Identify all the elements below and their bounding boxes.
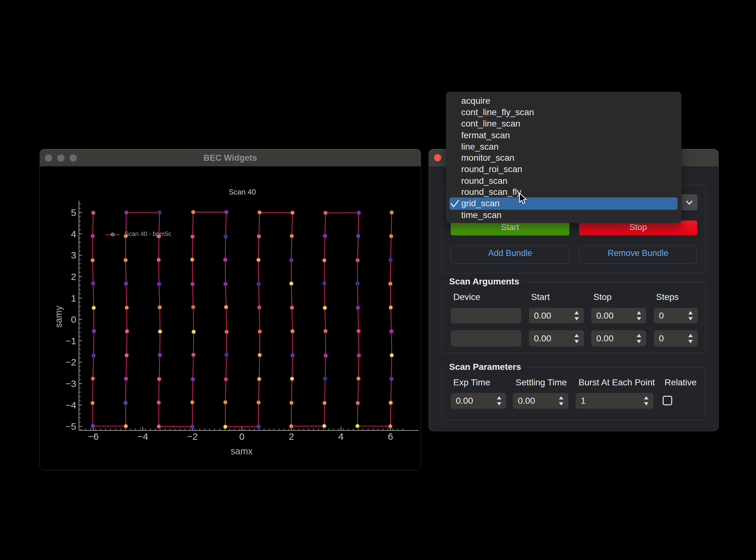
svg-text:6: 6 (388, 431, 393, 442)
svg-text:−2: −2 (65, 357, 76, 367)
svg-text:4: 4 (338, 431, 344, 442)
svg-text:−6: −6 (88, 431, 99, 442)
svg-text:−4: −4 (137, 431, 148, 442)
svg-text:Scan 40: Scan 40 (229, 188, 256, 196)
svg-text:Scan 40 - bpm5c: Scan 40 - bpm5c (125, 230, 171, 237)
svg-text:2: 2 (71, 272, 76, 282)
svg-text:samy: samy (54, 306, 64, 328)
svg-text:−1: −1 (65, 336, 76, 346)
svg-text:−4: −4 (65, 400, 76, 411)
svg-text:0: 0 (71, 314, 76, 325)
svg-text:3: 3 (71, 250, 76, 260)
svg-text:−5: −5 (65, 421, 76, 432)
svg-text:−3: −3 (65, 378, 76, 389)
svg-text:5: 5 (71, 207, 76, 218)
svg-text:−2: −2 (187, 431, 198, 442)
svg-text:1: 1 (71, 293, 76, 303)
svg-text:samx: samx (231, 446, 253, 456)
svg-text:4: 4 (71, 229, 76, 239)
svg-text:0: 0 (239, 431, 245, 442)
svg-text:2: 2 (289, 431, 294, 442)
